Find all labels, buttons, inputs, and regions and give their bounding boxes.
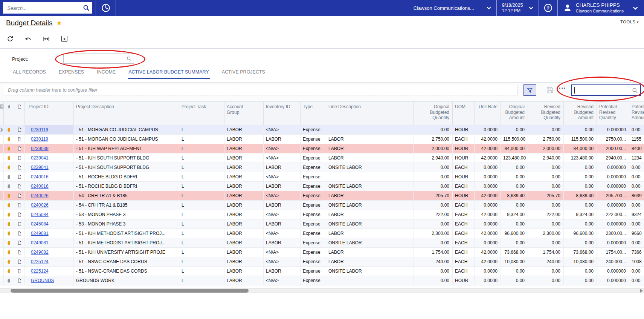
cell-potential-revised-quantity[interactable]: 222.000... xyxy=(597,210,629,219)
cell-potential-revised-quantity[interactable]: 0.000000 xyxy=(597,201,629,210)
cell-inventory-id[interactable]: <N/A> xyxy=(264,125,301,134)
cell-uom[interactable]: EACH xyxy=(453,201,475,210)
cell-uom[interactable]: EACH xyxy=(453,219,475,229)
notes-cell[interactable] xyxy=(14,248,25,257)
col-header-uom[interactable]: UOM xyxy=(453,102,475,125)
cell-unit-rate[interactable]: 42.0000 xyxy=(475,135,501,144)
table-row[interactable]: 0230119 - 51 - MORGAN CO JUDICIAL CAMPUS… xyxy=(0,135,644,144)
cell-line-description[interactable] xyxy=(326,172,414,181)
row-selector-cell[interactable] xyxy=(0,125,4,134)
notes-cell[interactable] xyxy=(14,257,25,266)
project-id-link[interactable]: 0249082 xyxy=(31,250,49,255)
cell-line-description[interactable]: LABOR xyxy=(326,144,414,153)
cell-account-group[interactable]: LABOR xyxy=(224,219,264,229)
col-header-inventory-id[interactable]: Inventory ID xyxy=(264,102,301,125)
cell-account-group[interactable]: LABOR xyxy=(224,238,264,247)
cell-revised-budgeted-quantity[interactable]: 0.00 xyxy=(528,267,564,276)
notes-cell[interactable] xyxy=(14,219,25,229)
files-cell[interactable] xyxy=(4,153,14,163)
notes-cell[interactable] xyxy=(14,172,25,181)
project-id-link[interactable]: 0239039 xyxy=(31,146,49,151)
project-id-link[interactable]: 0240016 xyxy=(31,174,49,179)
notes-column-header[interactable] xyxy=(14,102,25,125)
cell-project-id[interactable]: 0239039 xyxy=(25,144,74,153)
files-cell[interactable] xyxy=(4,219,14,229)
cell-revised-budgeted-amount[interactable]: 0.00 xyxy=(564,182,597,191)
grid-search-input[interactable] xyxy=(572,85,640,95)
page-title[interactable]: Budget Details xyxy=(6,19,53,27)
cell-project-description[interactable]: GROUNDS WORK xyxy=(74,276,179,285)
cell-potential-revised-amount[interactable]: 0.00 xyxy=(629,219,644,229)
cell-potential-revised-quantity[interactable]: 0.000000 xyxy=(597,238,629,247)
cell-original-budgeted-quantity[interactable]: 0.00 xyxy=(414,238,453,247)
tab-all-records[interactable]: ALL RECORDS xyxy=(12,67,47,79)
notes-cell[interactable] xyxy=(14,238,25,247)
cell-project-id[interactable]: 0249081 xyxy=(25,238,74,247)
cell-revised-budgeted-amount[interactable]: 0.00 xyxy=(564,238,597,247)
cell-project-description[interactable]: - 51 - IUH METHODIST ARTISIGHT PROJ... xyxy=(74,238,179,247)
cell-original-budgeted-amount[interactable]: 96,600.00 xyxy=(501,229,528,238)
cell-project-description[interactable]: - 53 - MONON PHASE 3 xyxy=(74,210,179,219)
cell-account-group[interactable]: LABOR xyxy=(224,276,264,285)
cell-type[interactable]: Expense xyxy=(301,182,326,191)
table-row[interactable]: 0240026 - 54 - CRH TR A1 & B185 L LABOR … xyxy=(0,201,644,210)
cell-potential-revised-amount[interactable]: 0.00 xyxy=(629,267,644,276)
grid-search-icon[interactable] xyxy=(632,87,638,94)
cell-project-task[interactable]: L xyxy=(179,182,224,191)
project-id-link[interactable]: 0240026 xyxy=(31,193,49,198)
files-cell[interactable] xyxy=(4,257,14,266)
project-id-link[interactable]: 0245084 xyxy=(31,221,49,227)
table-row[interactable]: 0230119 - 51 - MORGAN CO JUDICIAL CAMPUS… xyxy=(0,125,644,135)
cell-inventory-id[interactable]: LABOR xyxy=(264,267,301,276)
cell-unit-rate[interactable]: 42.0000 xyxy=(475,248,501,257)
cell-unit-rate[interactable]: 42.0000 xyxy=(475,257,501,266)
cell-project-description[interactable]: - 51 - IUH WAP REPLACEMENT xyxy=(74,144,179,153)
table-row[interactable]: 0240016 - 51 - ROCHE BLDG D BDFRI L LABO… xyxy=(0,182,644,191)
cell-unit-rate[interactable]: 0.0000 xyxy=(475,276,501,285)
cell-inventory-id[interactable]: <N/A> xyxy=(264,144,301,153)
cell-project-description[interactable]: - 51 - NSWC-CRANE DAS CORDS xyxy=(74,257,179,266)
export-to-excel-button[interactable]: X xyxy=(60,35,69,43)
col-header-potential-revised-quantity[interactable]: Potential Revised Quantity xyxy=(597,102,629,125)
cell-potential-revised-quantity[interactable]: 0.000000 xyxy=(597,276,629,285)
cell-project-description[interactable]: - 51 - MORGAN CO JUDICIAL CAMPUS xyxy=(74,125,179,134)
table-row[interactable]: 0245084 - 53 - MONON PHASE 3 L LABOR <N/… xyxy=(0,210,644,219)
cell-project-id[interactable]: 0239041 xyxy=(25,163,74,172)
cell-original-budgeted-amount[interactable]: 0.00 xyxy=(501,163,528,172)
refresh-button[interactable] xyxy=(6,35,14,43)
project-id-link[interactable]: 0230119 xyxy=(31,136,48,142)
notes-cell[interactable] xyxy=(14,153,25,163)
cell-original-budgeted-quantity[interactable]: 0.00 xyxy=(414,125,453,134)
cell-project-task[interactable]: L xyxy=(179,125,224,134)
cell-project-id[interactable]: GROUNDS xyxy=(25,276,74,285)
cell-project-task[interactable]: L xyxy=(179,163,224,172)
cell-potential-revised-quantity[interactable]: 0.000000 xyxy=(597,219,629,229)
project-id-link[interactable]: 0249081 xyxy=(31,231,49,236)
cell-project-id[interactable]: 0249082 xyxy=(25,248,74,257)
row-selector-cell[interactable] xyxy=(0,144,4,153)
cell-uom[interactable]: EACH xyxy=(453,135,475,144)
cell-potential-revised-quantity[interactable]: 1754.00... xyxy=(597,248,629,257)
cell-original-budgeted-quantity[interactable]: 0.00 xyxy=(414,163,453,172)
cell-project-task[interactable]: L xyxy=(179,172,224,181)
help-button[interactable]: ? xyxy=(539,0,557,16)
notes-cell[interactable] xyxy=(14,163,25,172)
notes-cell[interactable] xyxy=(14,144,25,153)
cell-project-id[interactable]: 0240016 xyxy=(25,182,74,191)
col-header-potential-revised-amount[interactable]: Potential Revised Amount xyxy=(629,102,644,125)
cell-unit-rate[interactable]: 42.0000 xyxy=(475,153,501,163)
cell-project-id[interactable]: 0249081 xyxy=(25,229,74,238)
project-id-link[interactable]: 0240016 xyxy=(31,184,49,189)
global-search[interactable] xyxy=(3,2,92,14)
notes-cell[interactable] xyxy=(14,210,25,219)
col-header-revised-budgeted-amount[interactable]: Revised Budgeted Amount xyxy=(564,102,597,125)
business-date-button[interactable] xyxy=(96,0,116,16)
cell-revised-budgeted-quantity[interactable]: 0.00 xyxy=(528,201,564,210)
cell-potential-revised-quantity[interactable]: 0.000000 xyxy=(597,125,629,134)
user-menu[interactable]: CHARLES PHIPPS Clawson Communications xyxy=(557,0,644,16)
cell-potential-revised-quantity[interactable]: 2940.00... xyxy=(597,153,629,163)
files-cell[interactable] xyxy=(4,248,14,257)
cell-revised-budgeted-amount[interactable]: 8,639.40 xyxy=(564,191,597,200)
cell-potential-revised-amount[interactable]: 0.00 xyxy=(629,172,644,181)
tools-menu[interactable]: TOOLS ▾ xyxy=(620,20,639,24)
